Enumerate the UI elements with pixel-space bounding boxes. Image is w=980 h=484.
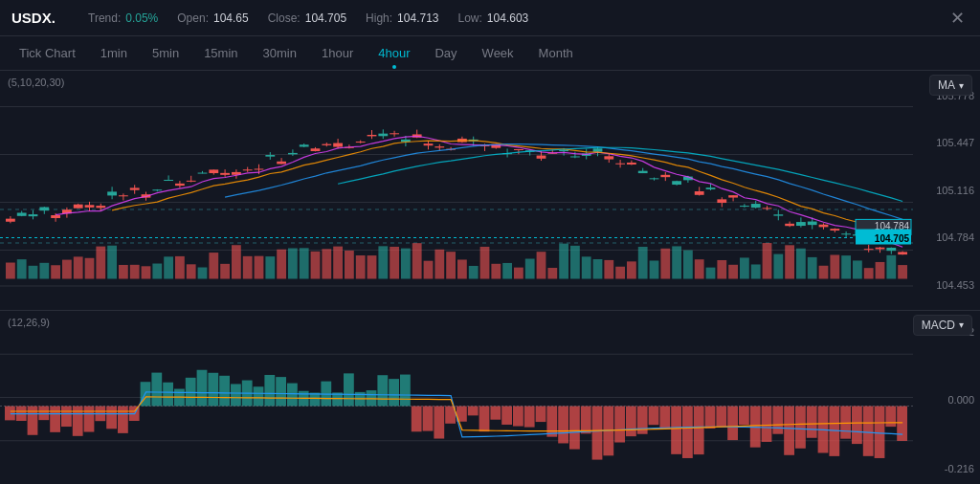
high-label: High: bbox=[366, 11, 392, 25]
chevron-down-icon: ▾ bbox=[959, 80, 964, 91]
chart-area: (5,10,20,30) MA ▾ 105.778105.447105.1161… bbox=[0, 71, 980, 484]
price-level: 105.447 bbox=[913, 137, 974, 148]
close-label: Close: bbox=[268, 11, 301, 25]
open-stat: Open: 104.65 bbox=[177, 11, 248, 25]
macd-chart: (12,26,9) MACD ▾ 0.1320.000-0.216 bbox=[0, 311, 980, 484]
timeframe-30min[interactable]: 30min bbox=[252, 42, 308, 64]
main-chart: (5,10,20,30) MA ▾ 105.778105.447105.1161… bbox=[0, 71, 980, 311]
price-level: 104.784 bbox=[913, 231, 974, 243]
timeframe-1hour[interactable]: 1hour bbox=[310, 42, 365, 64]
ma-indicator-label: (5,10,20,30) bbox=[8, 77, 64, 88]
timeframe-1min[interactable]: 1min bbox=[89, 42, 139, 64]
trend-label: Trend: bbox=[88, 11, 121, 25]
timeframe-day[interactable]: Day bbox=[423, 42, 468, 64]
header-bar: USDX. Trend: 0.05% Open: 104.65 Close: 1… bbox=[0, 0, 980, 36]
main-canvas bbox=[0, 71, 913, 310]
price-scale: 105.778105.447105.116104.784104.453 bbox=[913, 71, 980, 310]
timeframe-15min[interactable]: 15min bbox=[192, 42, 249, 64]
macd-scale: 0.1320.000-0.216 bbox=[913, 311, 980, 484]
close-value: 104.705 bbox=[305, 11, 346, 25]
close-button[interactable]: ✕ bbox=[946, 7, 969, 30]
chevron-down-icon: ▾ bbox=[959, 319, 964, 330]
close-stat: Close: 104.705 bbox=[268, 11, 346, 25]
macd-level: 0.000 bbox=[913, 394, 974, 406]
low-stat: Low: 104.603 bbox=[458, 11, 529, 25]
macd-canvas bbox=[0, 311, 913, 484]
open-value: 104.65 bbox=[213, 11, 249, 25]
timeframe-5min[interactable]: 5min bbox=[141, 42, 190, 64]
timeframe-bar: Tick Chart1min5min15min30min1hour4hourDa… bbox=[0, 36, 980, 71]
macd-level: -0.216 bbox=[913, 463, 974, 474]
trend-value: 0.05% bbox=[125, 11, 158, 25]
low-value: 104.603 bbox=[487, 11, 528, 25]
timeframe-tick-chart[interactable]: Tick Chart bbox=[8, 42, 87, 64]
price-level: 104.453 bbox=[913, 279, 974, 291]
price-level: 105.116 bbox=[913, 185, 974, 196]
macd-dropdown[interactable]: MACD ▾ bbox=[913, 315, 972, 336]
timeframe-4hour[interactable]: 4hour bbox=[367, 42, 421, 64]
low-label: Low: bbox=[458, 11, 482, 25]
symbol: USDX. bbox=[11, 10, 69, 26]
macd-indicator-label: (12,26,9) bbox=[8, 317, 50, 328]
ma-dropdown[interactable]: MA ▾ bbox=[929, 75, 972, 96]
trend-stat: Trend: 0.05% bbox=[88, 11, 158, 25]
open-label: Open: bbox=[177, 11, 209, 25]
timeframe-month[interactable]: Month bbox=[527, 42, 585, 64]
timeframe-week[interactable]: Week bbox=[471, 42, 525, 64]
high-value: 104.713 bbox=[397, 11, 438, 25]
high-stat: High: 104.713 bbox=[366, 11, 438, 25]
